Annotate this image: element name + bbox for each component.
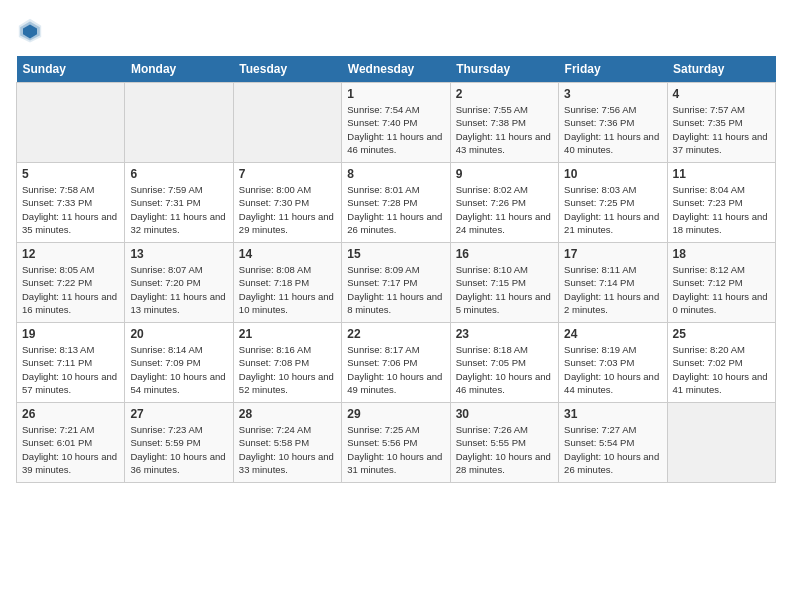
day-number: 14 bbox=[239, 247, 336, 261]
page-header bbox=[16, 16, 776, 44]
calendar-cell: 20Sunrise: 8:14 AM Sunset: 7:09 PM Dayli… bbox=[125, 323, 233, 403]
calendar-cell: 15Sunrise: 8:09 AM Sunset: 7:17 PM Dayli… bbox=[342, 243, 450, 323]
day-number: 31 bbox=[564, 407, 661, 421]
day-number: 30 bbox=[456, 407, 553, 421]
day-number: 24 bbox=[564, 327, 661, 341]
day-info: Sunrise: 7:57 AM Sunset: 7:35 PM Dayligh… bbox=[673, 103, 770, 156]
weekday-header-sunday: Sunday bbox=[17, 56, 125, 83]
day-number: 1 bbox=[347, 87, 444, 101]
day-info: Sunrise: 8:03 AM Sunset: 7:25 PM Dayligh… bbox=[564, 183, 661, 236]
week-row-0: 1Sunrise: 7:54 AM Sunset: 7:40 PM Daylig… bbox=[17, 83, 776, 163]
weekday-header-friday: Friday bbox=[559, 56, 667, 83]
day-info: Sunrise: 7:55 AM Sunset: 7:38 PM Dayligh… bbox=[456, 103, 553, 156]
day-info: Sunrise: 7:21 AM Sunset: 6:01 PM Dayligh… bbox=[22, 423, 119, 476]
calendar-cell: 27Sunrise: 7:23 AM Sunset: 5:59 PM Dayli… bbox=[125, 403, 233, 483]
calendar-cell: 4Sunrise: 7:57 AM Sunset: 7:35 PM Daylig… bbox=[667, 83, 775, 163]
calendar-cell: 21Sunrise: 8:16 AM Sunset: 7:08 PM Dayli… bbox=[233, 323, 341, 403]
day-number: 18 bbox=[673, 247, 770, 261]
day-info: Sunrise: 7:25 AM Sunset: 5:56 PM Dayligh… bbox=[347, 423, 444, 476]
day-info: Sunrise: 7:54 AM Sunset: 7:40 PM Dayligh… bbox=[347, 103, 444, 156]
day-info: Sunrise: 8:11 AM Sunset: 7:14 PM Dayligh… bbox=[564, 263, 661, 316]
day-number: 13 bbox=[130, 247, 227, 261]
day-number: 27 bbox=[130, 407, 227, 421]
calendar-cell: 6Sunrise: 7:59 AM Sunset: 7:31 PM Daylig… bbox=[125, 163, 233, 243]
calendar-cell: 19Sunrise: 8:13 AM Sunset: 7:11 PM Dayli… bbox=[17, 323, 125, 403]
calendar-header: SundayMondayTuesdayWednesdayThursdayFrid… bbox=[17, 56, 776, 83]
calendar-cell: 2Sunrise: 7:55 AM Sunset: 7:38 PM Daylig… bbox=[450, 83, 558, 163]
day-number: 23 bbox=[456, 327, 553, 341]
weekday-header-monday: Monday bbox=[125, 56, 233, 83]
day-number: 9 bbox=[456, 167, 553, 181]
day-number: 5 bbox=[22, 167, 119, 181]
day-number: 15 bbox=[347, 247, 444, 261]
day-number: 7 bbox=[239, 167, 336, 181]
day-info: Sunrise: 8:12 AM Sunset: 7:12 PM Dayligh… bbox=[673, 263, 770, 316]
calendar-table: SundayMondayTuesdayWednesdayThursdayFrid… bbox=[16, 56, 776, 483]
day-info: Sunrise: 8:16 AM Sunset: 7:08 PM Dayligh… bbox=[239, 343, 336, 396]
calendar-body: 1Sunrise: 7:54 AM Sunset: 7:40 PM Daylig… bbox=[17, 83, 776, 483]
day-info: Sunrise: 7:26 AM Sunset: 5:55 PM Dayligh… bbox=[456, 423, 553, 476]
weekday-header-thursday: Thursday bbox=[450, 56, 558, 83]
calendar-cell: 11Sunrise: 8:04 AM Sunset: 7:23 PM Dayli… bbox=[667, 163, 775, 243]
calendar-cell: 14Sunrise: 8:08 AM Sunset: 7:18 PM Dayli… bbox=[233, 243, 341, 323]
calendar-cell bbox=[17, 83, 125, 163]
logo-icon bbox=[16, 16, 44, 44]
calendar-cell: 8Sunrise: 8:01 AM Sunset: 7:28 PM Daylig… bbox=[342, 163, 450, 243]
day-number: 20 bbox=[130, 327, 227, 341]
day-number: 2 bbox=[456, 87, 553, 101]
day-number: 6 bbox=[130, 167, 227, 181]
day-number: 10 bbox=[564, 167, 661, 181]
day-number: 12 bbox=[22, 247, 119, 261]
day-number: 21 bbox=[239, 327, 336, 341]
calendar-cell: 9Sunrise: 8:02 AM Sunset: 7:26 PM Daylig… bbox=[450, 163, 558, 243]
week-row-1: 5Sunrise: 7:58 AM Sunset: 7:33 PM Daylig… bbox=[17, 163, 776, 243]
day-number: 22 bbox=[347, 327, 444, 341]
day-info: Sunrise: 7:24 AM Sunset: 5:58 PM Dayligh… bbox=[239, 423, 336, 476]
day-info: Sunrise: 7:58 AM Sunset: 7:33 PM Dayligh… bbox=[22, 183, 119, 236]
calendar-cell: 24Sunrise: 8:19 AM Sunset: 7:03 PM Dayli… bbox=[559, 323, 667, 403]
day-info: Sunrise: 8:07 AM Sunset: 7:20 PM Dayligh… bbox=[130, 263, 227, 316]
calendar-cell: 5Sunrise: 7:58 AM Sunset: 7:33 PM Daylig… bbox=[17, 163, 125, 243]
week-row-2: 12Sunrise: 8:05 AM Sunset: 7:22 PM Dayli… bbox=[17, 243, 776, 323]
weekday-header-tuesday: Tuesday bbox=[233, 56, 341, 83]
weekday-header-saturday: Saturday bbox=[667, 56, 775, 83]
calendar-cell: 1Sunrise: 7:54 AM Sunset: 7:40 PM Daylig… bbox=[342, 83, 450, 163]
calendar-cell: 7Sunrise: 8:00 AM Sunset: 7:30 PM Daylig… bbox=[233, 163, 341, 243]
calendar-cell: 26Sunrise: 7:21 AM Sunset: 6:01 PM Dayli… bbox=[17, 403, 125, 483]
day-info: Sunrise: 7:56 AM Sunset: 7:36 PM Dayligh… bbox=[564, 103, 661, 156]
day-number: 11 bbox=[673, 167, 770, 181]
day-number: 3 bbox=[564, 87, 661, 101]
calendar-cell: 12Sunrise: 8:05 AM Sunset: 7:22 PM Dayli… bbox=[17, 243, 125, 323]
calendar-cell bbox=[667, 403, 775, 483]
calendar-cell: 17Sunrise: 8:11 AM Sunset: 7:14 PM Dayli… bbox=[559, 243, 667, 323]
calendar-cell: 29Sunrise: 7:25 AM Sunset: 5:56 PM Dayli… bbox=[342, 403, 450, 483]
weekday-row: SundayMondayTuesdayWednesdayThursdayFrid… bbox=[17, 56, 776, 83]
day-info: Sunrise: 7:27 AM Sunset: 5:54 PM Dayligh… bbox=[564, 423, 661, 476]
day-info: Sunrise: 8:00 AM Sunset: 7:30 PM Dayligh… bbox=[239, 183, 336, 236]
day-info: Sunrise: 8:10 AM Sunset: 7:15 PM Dayligh… bbox=[456, 263, 553, 316]
day-info: Sunrise: 7:23 AM Sunset: 5:59 PM Dayligh… bbox=[130, 423, 227, 476]
day-number: 29 bbox=[347, 407, 444, 421]
calendar-cell: 16Sunrise: 8:10 AM Sunset: 7:15 PM Dayli… bbox=[450, 243, 558, 323]
day-info: Sunrise: 8:19 AM Sunset: 7:03 PM Dayligh… bbox=[564, 343, 661, 396]
logo bbox=[16, 16, 48, 44]
day-info: Sunrise: 8:01 AM Sunset: 7:28 PM Dayligh… bbox=[347, 183, 444, 236]
calendar-cell: 25Sunrise: 8:20 AM Sunset: 7:02 PM Dayli… bbox=[667, 323, 775, 403]
day-number: 25 bbox=[673, 327, 770, 341]
day-number: 16 bbox=[456, 247, 553, 261]
day-info: Sunrise: 8:02 AM Sunset: 7:26 PM Dayligh… bbox=[456, 183, 553, 236]
day-number: 17 bbox=[564, 247, 661, 261]
calendar-cell: 13Sunrise: 8:07 AM Sunset: 7:20 PM Dayli… bbox=[125, 243, 233, 323]
day-number: 26 bbox=[22, 407, 119, 421]
calendar-cell: 28Sunrise: 7:24 AM Sunset: 5:58 PM Dayli… bbox=[233, 403, 341, 483]
day-info: Sunrise: 8:18 AM Sunset: 7:05 PM Dayligh… bbox=[456, 343, 553, 396]
calendar-cell: 30Sunrise: 7:26 AM Sunset: 5:55 PM Dayli… bbox=[450, 403, 558, 483]
day-info: Sunrise: 8:13 AM Sunset: 7:11 PM Dayligh… bbox=[22, 343, 119, 396]
day-info: Sunrise: 8:09 AM Sunset: 7:17 PM Dayligh… bbox=[347, 263, 444, 316]
calendar-cell: 18Sunrise: 8:12 AM Sunset: 7:12 PM Dayli… bbox=[667, 243, 775, 323]
calendar-cell: 23Sunrise: 8:18 AM Sunset: 7:05 PM Dayli… bbox=[450, 323, 558, 403]
calendar-cell: 10Sunrise: 8:03 AM Sunset: 7:25 PM Dayli… bbox=[559, 163, 667, 243]
day-number: 8 bbox=[347, 167, 444, 181]
day-info: Sunrise: 8:05 AM Sunset: 7:22 PM Dayligh… bbox=[22, 263, 119, 316]
calendar-cell bbox=[233, 83, 341, 163]
